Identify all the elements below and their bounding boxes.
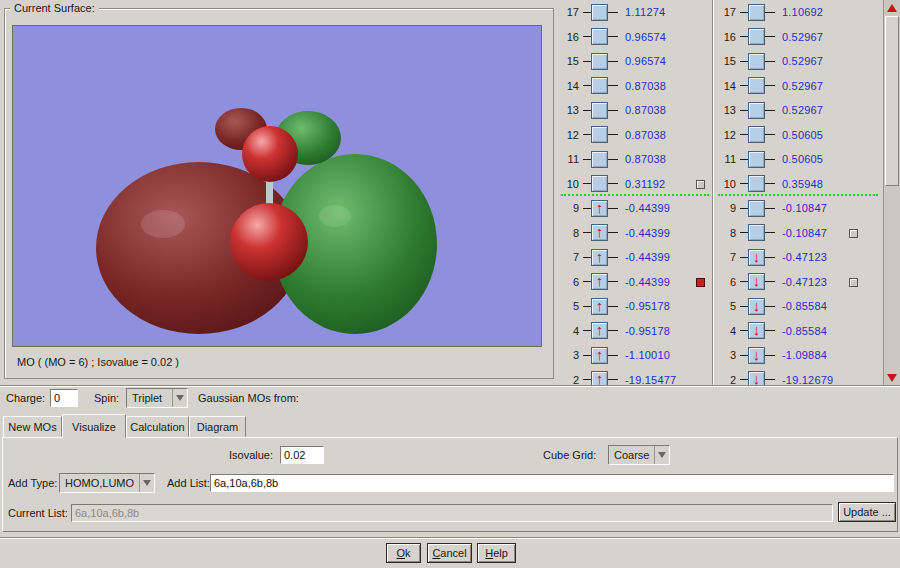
mo-level-row[interactable]: 110.87038	[559, 147, 711, 172]
mo-level-row[interactable]: 7↓-0.47123	[716, 245, 880, 270]
mo-occupancy-box[interactable]	[748, 224, 765, 241]
cube-grid-select[interactable]: Coarse	[608, 445, 670, 465]
mo-viewer-window: Current Surface:	[0, 0, 900, 568]
mo-occupancy-box[interactable]: ↓	[748, 273, 765, 290]
mo-occupancy-box[interactable]	[591, 175, 608, 192]
mo-level-row[interactable]: 9-0.10847	[716, 196, 880, 221]
mo-occupancy-box[interactable]	[591, 28, 608, 45]
add-type-select[interactable]: HOMO,LUMO	[59, 473, 155, 493]
scroll-down-icon[interactable]	[887, 374, 897, 382]
mo-level-row[interactable]: 5↓-0.85584	[716, 294, 880, 319]
mo-occupancy-box[interactable]	[591, 126, 608, 143]
mo-level-row[interactable]: 6↓-0.47123	[716, 270, 880, 295]
mo-level-row[interactable]: 3↑-1.10010	[559, 343, 711, 368]
level-line	[740, 159, 748, 160]
level-line	[583, 208, 591, 209]
cube-grid-dropdown-button[interactable]	[654, 446, 669, 464]
mo-selected-marker[interactable]	[696, 278, 705, 287]
mo-level-row[interactable]: 140.87038	[559, 74, 711, 99]
mo-energy-value: 0.52967	[782, 55, 823, 67]
charge-input[interactable]	[50, 389, 78, 407]
mo-level-row[interactable]: 2↓-19.12679	[716, 368, 880, 387]
mo-level-row[interactable]: 6↑-0.44399	[559, 270, 711, 295]
mo-level-row[interactable]: 5↑-0.95178	[559, 294, 711, 319]
ok-button[interactable]: Ok	[386, 543, 421, 563]
mo-occupancy-box[interactable]	[591, 4, 608, 21]
mo-level-row[interactable]: 160.52967	[716, 25, 880, 50]
mo-level-row[interactable]: 2↑-19.15477	[559, 368, 711, 387]
level-line	[583, 159, 591, 160]
tab-calculation[interactable]: Calculation	[126, 416, 189, 437]
spin-down-arrow-icon: ↓	[753, 371, 761, 386]
mo-list-scrollbar[interactable]	[883, 0, 900, 386]
mo-occupancy-box[interactable]: ↑	[591, 273, 608, 290]
mo-occupancy-box[interactable]: ↓	[748, 371, 765, 386]
tab-new-mos[interactable]: New MOs	[3, 416, 62, 437]
mo-occupancy-box[interactable]	[748, 53, 765, 70]
mo-occupancy-box[interactable]: ↓	[748, 249, 765, 266]
mo-level-row[interactable]: 3↓-1.09884	[716, 343, 880, 368]
mo-occupancy-box[interactable]: ↑	[591, 371, 608, 386]
scroll-up-icon[interactable]	[887, 4, 897, 12]
mo-level-row[interactable]: 120.87038	[559, 123, 711, 148]
mo-occupancy-box[interactable]: ↓	[748, 347, 765, 364]
mo-level-row[interactable]: 171.10692	[716, 0, 880, 25]
mo-level-row[interactable]: 100.35948	[716, 172, 880, 197]
mo-occupancy-box[interactable]	[748, 126, 765, 143]
mo-level-row[interactable]: 130.87038	[559, 98, 711, 123]
help-button[interactable]: Help	[477, 543, 516, 563]
mo-occupancy-box[interactable]: ↑	[591, 298, 608, 315]
mo-occupancy-box[interactable]	[591, 151, 608, 168]
mo-occupancy-box[interactable]: ↑	[591, 347, 608, 364]
mo-level-row[interactable]: 4↑-0.95178	[559, 319, 711, 344]
tab-visualize[interactable]: Visualize	[62, 414, 126, 438]
add-list-input[interactable]	[210, 474, 894, 492]
mo-energy-value: 0.87038	[625, 80, 666, 92]
mo-level-row[interactable]: 8↑-0.44399	[559, 221, 711, 246]
mo-occupancy-box[interactable]	[748, 151, 765, 168]
tab-diagram[interactable]: Diagram	[189, 416, 246, 437]
update-button[interactable]: Update ...	[838, 502, 896, 522]
mo-occupancy-box[interactable]: ↑	[591, 200, 608, 217]
mo-level-row[interactable]: 120.50605	[716, 123, 880, 148]
level-line	[608, 281, 618, 282]
add-type-dropdown-button[interactable]	[139, 474, 154, 492]
isovalue-input[interactable]	[280, 446, 324, 464]
mo-occupancy-box[interactable]: ↑	[591, 322, 608, 339]
mo-level-row[interactable]: 150.52967	[716, 49, 880, 74]
mo-occupancy-box[interactable]: ↑	[591, 224, 608, 241]
mo-level-row[interactable]: 110.50605	[716, 147, 880, 172]
mo-level-row[interactable]: 140.52967	[716, 74, 880, 99]
mo-occupancy-box[interactable]: ↑	[591, 249, 608, 266]
mo-level-row[interactable]: 100.31192	[559, 172, 711, 197]
cancel-button[interactable]: Cancel	[427, 543, 472, 563]
spin-dropdown-button[interactable]	[172, 389, 187, 407]
mo-occupancy-box[interactable]	[591, 102, 608, 119]
mo-occupancy-box[interactable]	[591, 53, 608, 70]
spin-select[interactable]: Triplet	[126, 388, 188, 408]
molecule-3d-viewport[interactable]	[12, 25, 542, 347]
mo-level-row[interactable]: 160.96574	[559, 25, 711, 50]
mo-occupancy-box[interactable]	[748, 4, 765, 21]
mo-occupancy-box[interactable]	[748, 102, 765, 119]
mo-number: 11	[716, 153, 736, 165]
mo-occupancy-box[interactable]: ↓	[748, 322, 765, 339]
scrollbar-thumb[interactable]	[885, 16, 899, 186]
mo-occupancy-box[interactable]	[748, 28, 765, 45]
mo-occupancy-box[interactable]: ↓	[748, 298, 765, 315]
mo-selected-marker[interactable]	[696, 180, 705, 189]
mo-selected-marker[interactable]	[849, 278, 858, 287]
mo-level-row[interactable]: 8-0.10847	[716, 221, 880, 246]
mo-occupancy-box[interactable]	[748, 200, 765, 217]
mo-occupancy-box[interactable]	[748, 77, 765, 94]
mo-level-row[interactable]: 171.11274	[559, 0, 711, 25]
mo-selected-marker[interactable]	[849, 229, 858, 238]
mo-occupancy-box[interactable]	[748, 175, 765, 192]
mo-level-row[interactable]: 7↑-0.44399	[559, 245, 711, 270]
mo-level-row[interactable]: 4↓-0.85584	[716, 319, 880, 344]
mo-occupancy-box[interactable]	[591, 77, 608, 94]
mo-level-row[interactable]: 130.52967	[716, 98, 880, 123]
mo-level-row[interactable]: 150.96574	[559, 49, 711, 74]
homo-lumo-separator	[561, 194, 709, 196]
mo-level-row[interactable]: 9↑-0.44399	[559, 196, 711, 221]
